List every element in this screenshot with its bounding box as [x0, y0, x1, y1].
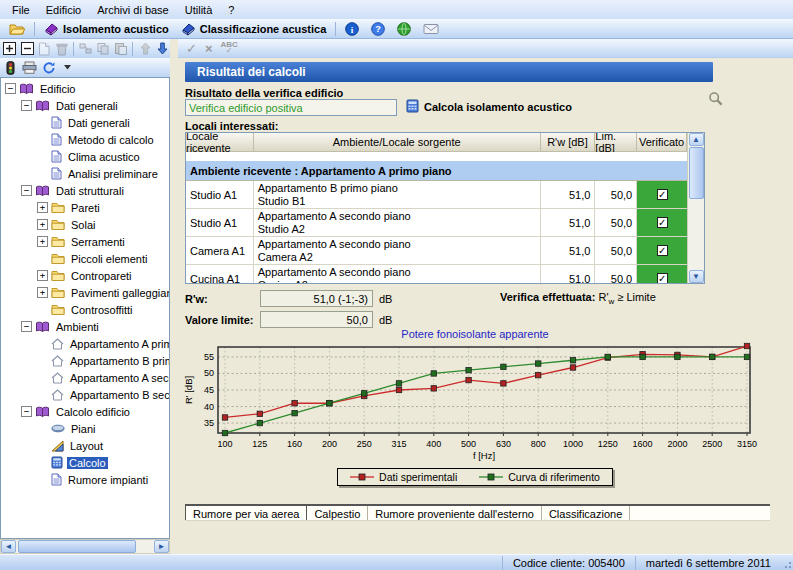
table-row[interactable]: Cucina A1Appartamento A secondo pianoCuc… [186, 265, 687, 283]
expand-all-button[interactable] [2, 41, 17, 57]
table-row[interactable]: Camera A1Appartamento A secondo pianoCam… [186, 237, 687, 265]
classificazione-acustica-button-label: Classificazione acustica [200, 23, 327, 35]
resize-grip[interactable] [781, 556, 793, 570]
minus-expander-icon[interactable]: − [21, 406, 32, 417]
plus-expander-icon[interactable]: + [37, 219, 48, 230]
scroll-right-arrow[interactable]: ► [154, 540, 169, 553]
tree-item-layout[interactable]: Layout [1, 437, 169, 454]
cell-rw: 51,0 [541, 181, 596, 208]
tree-item-appartamento-b-primo-piano[interactable]: Appartamento B primo piano [1, 352, 169, 369]
info-button[interactable]: i [339, 20, 365, 38]
confirm-button[interactable]: ✓ [186, 41, 197, 56]
table-header-ambiente-locale-sorgente[interactable]: Ambiente/Locale sorgente [254, 133, 541, 152]
tree-item-piccoli-elementi[interactable]: Piccoli elementi [1, 250, 169, 267]
tab-calpestio[interactable]: Calpestio [307, 506, 368, 520]
verified-checkbox[interactable]: ✓ [657, 273, 668, 283]
tree-item-contropareti[interactable]: +Contropareti [1, 267, 169, 284]
print-button[interactable] [21, 60, 38, 76]
verified-checkbox[interactable]: ✓ [657, 245, 668, 256]
menu-item-[interactable]: ? [220, 2, 242, 18]
tree-item-controsoffitti[interactable]: Controsoffitti [1, 301, 169, 318]
table-header-locale-ricevente[interactable]: Locale ricevente [186, 133, 254, 152]
verify-result-field[interactable] [185, 99, 397, 116]
tree-item-ambienti[interactable]: −Ambienti [1, 318, 169, 335]
tree-item-dati-strutturali[interactable]: −Dati strutturali [1, 182, 169, 199]
tree-item-dati-generali[interactable]: Dati generali [1, 114, 169, 131]
verified-checkbox[interactable]: ✓ [657, 217, 668, 228]
menu-item-file[interactable]: File [4, 2, 38, 18]
tree-item-solai[interactable]: +Solai [1, 216, 169, 233]
tree-item-analisi-preliminare[interactable]: Analisi preliminare [1, 165, 169, 182]
delete-item-button[interactable] [54, 41, 69, 57]
cancel-button[interactable]: × [205, 41, 213, 56]
collapse-all-button[interactable] [19, 41, 34, 57]
move-up-button[interactable] [137, 41, 152, 57]
plus-expander-icon[interactable]: + [37, 287, 48, 298]
results-content: Risultati dei calcoli Risultato della ve… [178, 58, 793, 554]
tree-item-metodo-di-calcolo[interactable]: Metodo di calcolo [1, 131, 169, 148]
tree-item-dati-generali[interactable]: −Dati generali [1, 97, 169, 114]
help-button[interactable]: ? [365, 20, 391, 38]
tree-item-clima-acustico[interactable]: Clima acustico [1, 148, 169, 165]
table-header-r-w-db[interactable]: R'w [dB] [541, 133, 596, 152]
scroll-down-arrow[interactable]: ▼ [689, 270, 704, 283]
copy-button[interactable] [96, 41, 111, 57]
isolamento-acustico-button[interactable]: Isolamento acustico [38, 20, 175, 38]
mail-button[interactable] [417, 20, 445, 38]
minus-expander-icon[interactable]: − [21, 100, 32, 111]
tree-horizontal-scrollbar[interactable]: ◄ ► [0, 539, 170, 554]
minus-expander-icon[interactable]: − [5, 83, 16, 94]
plus-expander-icon[interactable]: + [37, 202, 48, 213]
scroll-up-arrow[interactable]: ▲ [689, 133, 704, 146]
scroll-thumb[interactable] [689, 147, 704, 199]
tab-rumore-per-via-aerea[interactable]: Rumore per via aerea [185, 506, 307, 520]
table-row[interactable]: Studio A1Appartamento B primo pianoStudi… [186, 181, 687, 209]
tree-item-appartamento-a-secondo-piano[interactable]: Appartamento A secondo piano [1, 369, 169, 386]
menu-item-edificio[interactable]: Edificio [38, 2, 89, 18]
tree-item-appartamento-a-primo-piano[interactable]: Appartamento A primo piano [1, 335, 169, 352]
menu-item-archivi-di-base[interactable]: Archivi di base [89, 2, 177, 18]
tree-item-calcolo[interactable]: Calcolo [1, 454, 169, 471]
minus-expander-icon[interactable]: − [21, 321, 32, 332]
plus-expander-icon[interactable]: + [37, 236, 48, 247]
calc-isolamento-button[interactable]: Calcola isolamento acustico [406, 99, 572, 115]
move-down-button[interactable] [155, 41, 170, 57]
scroll-thumb[interactable] [18, 540, 136, 553]
tree-item-edificio[interactable]: −Edificio [1, 80, 169, 97]
tree-item-calcolo-edificio[interactable]: −Calcolo edificio [1, 403, 169, 420]
tree-item-serramenti[interactable]: +Serramenti [1, 233, 169, 250]
web-button[interactable] [391, 20, 417, 38]
refresh-button[interactable] [40, 60, 57, 76]
table-header-verificato[interactable]: Verificato [637, 133, 687, 152]
check-data-button[interactable] [2, 60, 19, 76]
new-item-button[interactable] [37, 41, 52, 57]
tree-item-appartamento-b-secondo-piano[interactable]: Appartamento B secondo piano [1, 386, 169, 403]
tree-item-pavimenti-galleggianti[interactable]: +Pavimenti galleggianti [1, 284, 169, 301]
table-group-row[interactable]: Ambiente ricevente : Appartamento A prim… [186, 161, 687, 181]
tab-rumore-proveniente-dall-esterno[interactable]: Rumore proveniente dall'esterno [368, 506, 542, 520]
paste-button[interactable] [113, 41, 128, 57]
table-header-lim-db[interactable]: Lim. [dB] [595, 133, 637, 152]
magnifier-icon[interactable] [708, 91, 724, 109]
menu-item-utilit[interactable]: Utilità [177, 2, 221, 18]
table-row[interactable]: Studio A1Appartamento A secondo pianoStu… [186, 209, 687, 237]
spellcheck-button[interactable]: ABC✓ [221, 42, 238, 54]
cut-button[interactable] [78, 41, 93, 57]
folder-icon [51, 287, 65, 298]
panel-splitter[interactable] [170, 39, 178, 554]
svg-text:160: 160 [287, 439, 302, 449]
table-vertical-scrollbar[interactable]: ▲ ▼ [687, 133, 704, 283]
tree-item-pareti[interactable]: +Pareti [1, 199, 169, 216]
classificazione-acustica-button[interactable]: Classificazione acustica [175, 20, 333, 38]
refresh-dropdown[interactable] [59, 60, 76, 76]
scroll-left-arrow[interactable]: ◄ [1, 540, 16, 553]
results-header: Risultati dei calcoli [185, 62, 713, 82]
chart-area: Potere fonoisolante apparente 3540455055… [182, 328, 768, 486]
tree-item-rumore-impianti[interactable]: Rumore impianti [1, 471, 169, 488]
tab-classificazione[interactable]: Classificazione [542, 506, 630, 520]
tree-item-piani[interactable]: Piani [1, 420, 169, 437]
verified-checkbox[interactable]: ✓ [657, 189, 668, 200]
open-button[interactable] [3, 20, 31, 38]
plus-expander-icon[interactable]: + [37, 270, 48, 281]
minus-expander-icon[interactable]: − [21, 185, 32, 196]
